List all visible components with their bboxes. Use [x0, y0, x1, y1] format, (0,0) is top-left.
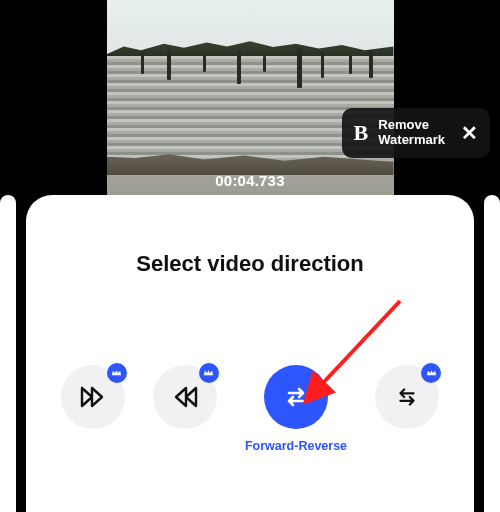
timecode: 00:04.733: [107, 172, 394, 189]
forward-skip-icon: [78, 382, 108, 412]
option-label: Forward-Reverse: [245, 439, 347, 453]
prev-card-peek[interactable]: [0, 195, 16, 512]
option-reverse[interactable]: [153, 365, 217, 429]
reverse-skip-icon: [170, 382, 200, 412]
direction-options: Forward-Reverse: [36, 365, 464, 453]
option-forward[interactable]: [61, 365, 125, 429]
video-frame[interactable]: 00:04.733: [107, 0, 394, 195]
swap-arrows-icon: [280, 381, 312, 413]
premium-badge-icon: [421, 363, 441, 383]
remove-watermark-button[interactable]: B Remove Watermark ✕: [342, 108, 490, 158]
brand-b-icon: B: [354, 122, 369, 144]
direction-sheet: Select video direction: [26, 195, 474, 512]
close-icon[interactable]: ✕: [455, 121, 478, 145]
option-forward-reverse[interactable]: Forward-Reverse: [245, 365, 347, 453]
swap-arrows-icon: [392, 382, 422, 412]
video-preview: 00:04.733 B Remove Watermark ✕: [0, 0, 500, 195]
next-card-peek[interactable]: [484, 195, 500, 512]
premium-badge-icon: [199, 363, 219, 383]
premium-badge-icon: [107, 363, 127, 383]
option-reverse-forward[interactable]: [375, 365, 439, 429]
sheet-title: Select video direction: [136, 251, 363, 277]
watermark-label: Remove Watermark: [378, 118, 445, 148]
